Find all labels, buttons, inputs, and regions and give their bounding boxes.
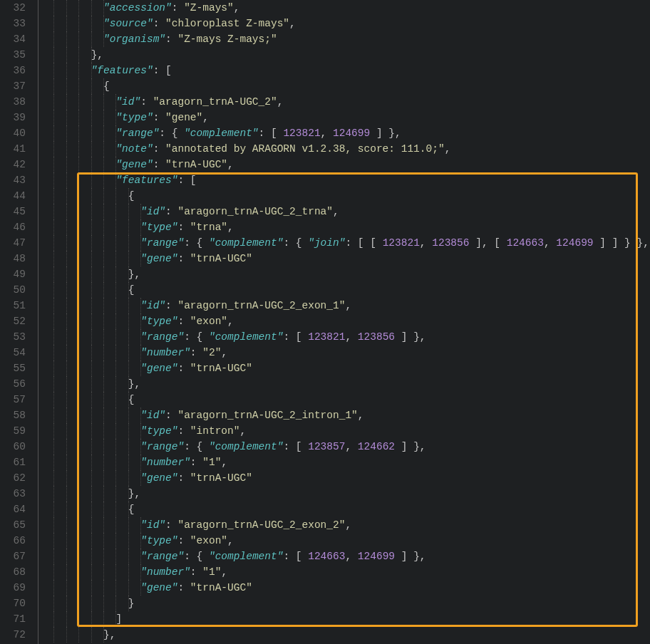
token-punc: ,	[321, 128, 333, 139]
code-line[interactable]: "source": "chloroplast Z-mays",	[41, 16, 650, 31]
line-number: 71	[0, 611, 33, 627]
code-area[interactable]: "accession": "Z-mays", "source": "chloro…	[38, 0, 650, 644]
code-line[interactable]: "gene": "trnA-UGC"	[41, 470, 650, 486]
code-text: "gene": "trnA-UGC"	[41, 253, 252, 264]
code-line[interactable]: "accession": "Z-mays",	[41, 0, 650, 16]
code-line[interactable]: "features": [	[41, 63, 650, 78]
code-line[interactable]: "type": "trna",	[41, 219, 650, 235]
token-punc: ,	[345, 519, 351, 531]
line-number: 55	[0, 360, 33, 376]
code-line[interactable]: {	[41, 188, 650, 204]
code-line[interactable]: "type": "intron",	[41, 423, 650, 439]
token-punc: ,	[420, 551, 426, 562]
code-line[interactable]: {	[41, 282, 650, 298]
code-line[interactable]: },	[41, 486, 650, 502]
token-punc: ,	[420, 331, 426, 343]
token-punc: :	[153, 65, 165, 76]
line-number: 41	[0, 141, 33, 157]
token-key: "number"	[140, 347, 190, 358]
token-brace: },	[128, 269, 140, 280]
token-num: 123857	[308, 441, 345, 452]
code-editor[interactable]: 3233343536373839404142434445464748495051…	[0, 0, 650, 644]
code-line[interactable]: },	[41, 266, 650, 282]
token-str: "exon"	[190, 316, 227, 327]
token-key: "type"	[115, 112, 153, 123]
code-line[interactable]: "range": { "complement": [ 123821, 12469…	[41, 125, 650, 141]
code-line[interactable]: "gene": "trnA-UGC"	[41, 580, 650, 596]
code-line[interactable]: {	[41, 78, 650, 94]
code-line[interactable]: "features": [	[41, 172, 650, 188]
code-line[interactable]: "id": "aragorn_trnA-UGC_2_intron_1",	[41, 407, 650, 423]
code-text: "gene": "trnA-UGC"	[41, 363, 252, 374]
code-text: "type": "exon",	[41, 316, 234, 327]
token-num: 123821	[383, 237, 420, 249]
code-line[interactable]: "range": { "complement": [ 123857, 12466…	[41, 439, 650, 455]
token-punc: :	[153, 18, 165, 29]
code-line[interactable]: "number": "1",	[41, 564, 650, 580]
code-line[interactable]: "gene": "trnA-UGC"	[41, 360, 650, 376]
code-line[interactable]: "note": "annotated by ARAGORN v1.2.38, s…	[41, 141, 650, 157]
token-brace: {	[197, 237, 209, 249]
token-brace: {	[197, 441, 209, 452]
line-number: 54	[0, 345, 33, 360]
token-str: "intron"	[190, 425, 240, 437]
token-key: "range"	[140, 237, 184, 249]
code-line[interactable]: "type": "exon",	[41, 533, 650, 549]
code-text: "id": "aragorn_trnA-UGC_2",	[41, 96, 283, 108]
token-punc: ,	[221, 566, 227, 578]
code-line[interactable]: {	[41, 392, 650, 407]
code-line[interactable]: }	[41, 596, 650, 611]
token-key: "complement"	[209, 331, 283, 343]
line-number-gutter: 3233343536373839404142434445464748495051…	[0, 0, 38, 644]
token-punc: :	[177, 582, 190, 593]
code-line[interactable]: "id": "aragorn_trnA-UGC_2_exon_2",	[41, 517, 650, 533]
token-str: "1"	[202, 566, 221, 578]
token-punc: :	[283, 237, 295, 249]
code-line[interactable]: ]	[41, 611, 650, 627]
token-key: "range"	[140, 551, 184, 562]
code-text: },	[41, 269, 140, 280]
code-line[interactable]: },	[41, 627, 650, 643]
token-str: "trnA-UGC"	[190, 582, 252, 593]
code-text: "accession": "Z-mays",	[41, 2, 239, 14]
code-text: }	[41, 598, 135, 609]
token-key: "id"	[140, 410, 165, 421]
code-text: {	[41, 504, 135, 515]
token-key: "id"	[140, 300, 165, 311]
line-number: 58	[0, 407, 33, 423]
code-line[interactable]: "gene": "trnA-UGC"	[41, 251, 650, 266]
code-line[interactable]: {	[41, 502, 650, 517]
line-number: 51	[0, 298, 33, 313]
code-text: "number": "2",	[41, 347, 227, 358]
token-punc: ,	[420, 237, 432, 249]
code-line[interactable]: "id": "aragorn_trnA-UGC_2_exon_1",	[41, 298, 650, 313]
code-line[interactable]: "range": { "complement": [ 123821, 12385…	[41, 329, 650, 345]
token-num: 124663	[308, 551, 345, 562]
code-line[interactable]: "number": "1",	[41, 455, 650, 470]
code-line[interactable]: },	[41, 376, 650, 392]
token-str: "1"	[202, 457, 221, 468]
code-line[interactable]: "organism": "Z-mays Z-mays;"	[41, 31, 650, 47]
token-punc: ,	[345, 441, 357, 452]
code-line[interactable]: "gene": "trnA-UGC",	[41, 157, 650, 172]
code-line[interactable]: "type": "exon",	[41, 313, 650, 329]
code-line[interactable]: "range": { "complement": [ 124663, 12469…	[41, 549, 650, 564]
code-line[interactable]: },	[41, 47, 650, 63]
line-number: 34	[0, 31, 33, 47]
token-num: 124699	[358, 551, 395, 562]
token-punc: :	[283, 441, 295, 452]
code-line[interactable]: "type": "gene",	[41, 110, 650, 125]
token-punc: :	[259, 128, 271, 139]
token-punc: :	[165, 300, 177, 311]
token-str: "aragorn_trnA-UGC_2_exon_1"	[177, 300, 345, 311]
token-str: "annotated by ARAGORN v1.2.38, score: 11…	[165, 143, 445, 155]
token-punc: ,	[227, 159, 234, 170]
code-line[interactable]: "id": "aragorn_trnA-UGC_2",	[41, 94, 650, 110]
line-number: 43	[0, 172, 33, 188]
token-punc: ,	[221, 347, 227, 358]
code-line[interactable]: "number": "2",	[41, 345, 650, 360]
token-brace: [	[271, 128, 283, 139]
line-number: 33	[0, 16, 33, 31]
code-line[interactable]: "range": { "complement": { "join": [ [ 1…	[41, 235, 650, 251]
code-line[interactable]: "id": "aragorn_trnA-UGC_2_trna",	[41, 204, 650, 219]
